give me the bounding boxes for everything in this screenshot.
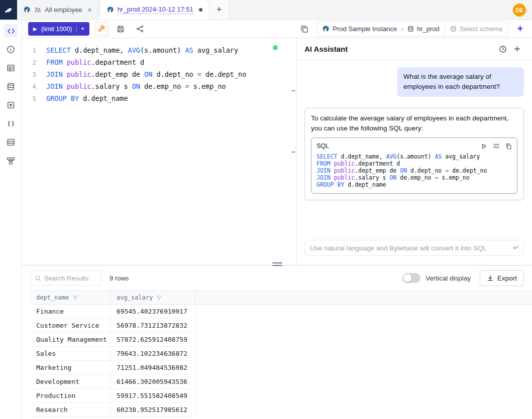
run-label: (limit 1000) xyxy=(41,26,72,33)
sidebar-item-databases[interactable] xyxy=(4,80,18,93)
schema-icon xyxy=(450,26,457,32)
line-number: 1 xyxy=(22,47,46,54)
editor-code-area[interactable]: 1SELECT d.dept_name, AVG(s.amount) AS av… xyxy=(22,44,291,104)
plus-icon xyxy=(513,45,521,53)
ai-assistant-header: AI Assistant xyxy=(296,38,532,60)
schema-placeholder: Select schema xyxy=(460,25,502,33)
chevron-right-icon: › xyxy=(401,25,403,33)
run-query-button[interactable]: ▶ (limit 1000) ▼ xyxy=(28,22,89,36)
editor-code-line[interactable]: 2FROM public.department d xyxy=(22,56,291,68)
info-icon xyxy=(7,45,15,54)
ai-assistant-button[interactable] xyxy=(513,22,527,36)
sidebar-item-sql-editor[interactable] xyxy=(4,24,18,38)
sidebar-item-info[interactable] xyxy=(4,43,18,56)
user-message: What is the average salary of employees … xyxy=(397,67,524,97)
sort-icon xyxy=(156,295,162,301)
left-sidebar: () xyxy=(0,20,22,419)
cell-dept-name: Quality Management xyxy=(30,333,111,346)
instance-name: Prod Sample Instance xyxy=(333,25,397,33)
line-number: 3 xyxy=(22,71,46,78)
table-row[interactable]: Research60238.952517985612 xyxy=(30,403,196,417)
column-header-avg-salary[interactable]: avg_salary xyxy=(111,291,195,304)
table-row[interactable]: Customer Service56978.731213872832 xyxy=(30,319,196,333)
table-row[interactable]: Development61466.302005943536 xyxy=(30,375,196,389)
avatar[interactable]: DE xyxy=(513,4,526,17)
cell-dept-name: Research xyxy=(30,403,111,416)
app-logo[interactable] xyxy=(0,0,17,20)
editor-code-line[interactable]: 1SELECT d.dept_name, AVG(s.amount) AS av… xyxy=(22,44,291,56)
results-search-box[interactable] xyxy=(30,270,101,286)
ai-sql-line: JOIN public.salary s ON de.emp_no = s.em… xyxy=(316,174,512,181)
insert-sql-icon[interactable] xyxy=(493,143,500,150)
toggle-knob xyxy=(403,274,411,282)
cell-avg-salary: 69545.402376910017 xyxy=(111,305,196,318)
sidebar-item-functions[interactable]: () xyxy=(4,117,18,130)
sort-icon xyxy=(72,295,78,301)
cell-dept-name: Production xyxy=(30,389,111,402)
table-row[interactable]: Marketing71251.049484536082 xyxy=(30,361,196,375)
cell-avg-salary: 56978.731213872832 xyxy=(111,319,196,332)
cell-dept-name: Finance xyxy=(30,305,111,318)
play-icon: ▶ xyxy=(33,26,37,32)
new-chat-button[interactable] xyxy=(510,42,524,56)
connection-status-dot xyxy=(273,45,278,50)
panel-layout-button[interactable] xyxy=(297,22,311,36)
postgres-icon xyxy=(23,6,31,14)
cell-avg-salary: 61466.302005943536 xyxy=(111,375,196,388)
table-row[interactable]: Finance69545.402376910017 xyxy=(30,305,196,319)
ai-message-list: What is the average salary of employees … xyxy=(296,60,532,240)
results-grid-header: dept_name avg_salary xyxy=(30,291,532,305)
sidebar-item-schema-diagram[interactable] xyxy=(4,154,18,168)
sql-editor-app: All employee × hr_prod 2024-10-12 17:51 … xyxy=(0,0,532,419)
sheet-icon xyxy=(7,101,15,109)
clock-icon xyxy=(499,45,507,53)
schema-selector[interactable]: Select schema xyxy=(445,22,507,36)
vertical-resize-handle[interactable] xyxy=(291,38,296,265)
tab-label: All employee xyxy=(45,6,82,14)
table-row[interactable]: Quality Management57872.625912408759 xyxy=(30,333,196,347)
sidebar-item-tables[interactable] xyxy=(4,61,18,75)
editor-code-line[interactable]: 3JOIN public.dept_emp de ON d.dept_no = … xyxy=(22,68,291,80)
table-row[interactable]: Sales79643.102234636872 xyxy=(30,347,196,361)
instance-database-selector[interactable]: Prod Sample Instance › hr_prod xyxy=(317,22,444,36)
history-button[interactable] xyxy=(496,42,510,56)
tab-all-employee[interactable]: All employee × xyxy=(17,0,98,20)
people-icon xyxy=(34,7,41,14)
enter-icon xyxy=(511,244,519,251)
share-button[interactable] xyxy=(133,22,147,36)
export-button[interactable]: Export xyxy=(480,270,524,286)
vertical-display-toggle[interactable] xyxy=(402,273,420,283)
postgres-icon xyxy=(107,6,114,14)
new-tab-button[interactable]: + xyxy=(209,0,230,20)
ai-assistant-title: AI Assistant xyxy=(304,45,348,53)
wrench-icon xyxy=(98,25,105,33)
horizontal-resize-handle[interactable] xyxy=(272,262,282,266)
grid-header-filler xyxy=(195,291,532,304)
table-row[interactable]: Production59917.551582408549 xyxy=(30,389,196,403)
save-button[interactable] xyxy=(114,22,128,36)
sidebar-item-data-grid[interactable] xyxy=(4,135,18,149)
cell-avg-salary: 57872.625912408759 xyxy=(111,333,196,346)
editor-code-line[interactable]: 5GROUP BY d.dept_name xyxy=(22,92,291,104)
ai-prompt-input[interactable] xyxy=(304,240,524,256)
tab-bar: All employee × hr_prod 2024-10-12 17:51 … xyxy=(0,0,532,20)
cell-avg-salary: 59917.551582408549 xyxy=(111,389,196,402)
sidebar-item-worksheets[interactable] xyxy=(4,98,18,112)
database-icon xyxy=(407,26,414,32)
cell-avg-salary: 79643.102234636872 xyxy=(111,347,196,360)
search-results-input[interactable] xyxy=(44,274,97,282)
database-name: hr_prod xyxy=(417,25,440,33)
column-header-dept-name[interactable]: dept_name xyxy=(30,291,111,304)
assistant-intro-text: To calculate the average salary of emplo… xyxy=(311,113,517,134)
line-number: 2 xyxy=(22,59,46,66)
parentheses-icon: () xyxy=(7,120,15,127)
editor-code-line[interactable]: 4JOIN public.salary s ON de.emp_no = s.e… xyxy=(22,80,291,92)
copy-sql-icon[interactable] xyxy=(505,143,512,150)
tab-label: hr_prod 2024-10-12 17:51 xyxy=(118,6,193,14)
admin-wrench-button[interactable] xyxy=(94,22,109,36)
sql-editor[interactable]: 1SELECT d.dept_name, AVG(s.amount) AS av… xyxy=(22,38,291,265)
close-icon[interactable]: × xyxy=(87,6,91,14)
run-sql-icon[interactable] xyxy=(481,143,487,150)
results-panel: 9 rows Vertical display Export dept_name xyxy=(22,265,532,419)
tab-hr-prod[interactable]: hr_prod 2024-10-12 17:51 xyxy=(100,0,208,20)
